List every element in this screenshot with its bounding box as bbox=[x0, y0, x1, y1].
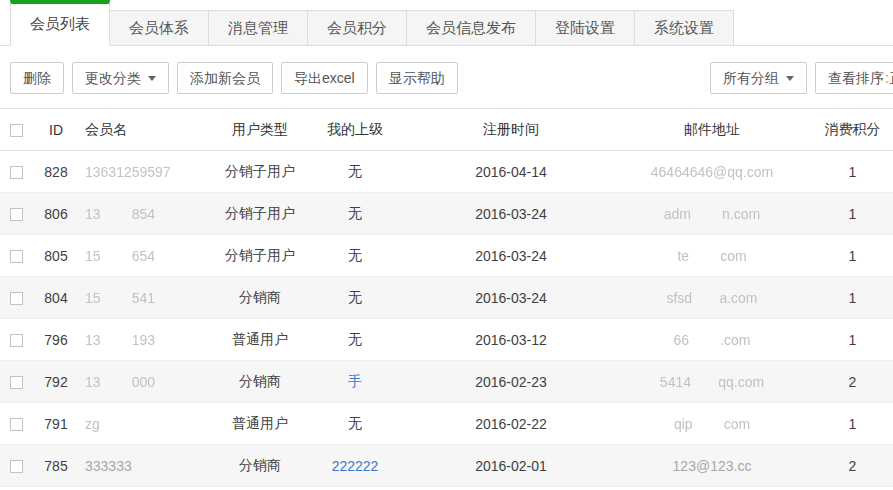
member-type: 分销商 bbox=[220, 445, 300, 487]
caret-down-icon bbox=[148, 76, 156, 81]
col-header-score: 消费积分 bbox=[812, 109, 893, 151]
caret-down-icon bbox=[786, 76, 794, 81]
sort-order-button[interactable]: 查看排序:正常排序 bbox=[815, 62, 893, 94]
row-checkbox[interactable] bbox=[10, 208, 23, 221]
member-id: 796 bbox=[36, 319, 76, 361]
member-upline: 无 bbox=[300, 277, 410, 319]
member-type: 分销子用户 bbox=[220, 235, 300, 277]
change-category-dropdown[interactable]: 更改分类 bbox=[72, 62, 169, 94]
member-email: 46464646@qq.com bbox=[651, 164, 773, 180]
member-upline: 无 bbox=[300, 319, 410, 361]
member-score: 1 bbox=[812, 151, 893, 193]
member-reg-date: 2016-04-14 bbox=[410, 151, 612, 193]
member-type: 分销商 bbox=[220, 277, 300, 319]
col-header-upline: 我的上级 bbox=[300, 109, 410, 151]
member-name: 15 541 bbox=[85, 290, 155, 306]
export-excel-button[interactable]: 导出excel bbox=[281, 62, 368, 94]
member-score: 1 bbox=[812, 277, 893, 319]
col-header-type: 用户类型 bbox=[220, 109, 300, 151]
change-category-label: 更改分类 bbox=[85, 63, 141, 93]
member-reg-date: 2016-03-24 bbox=[410, 193, 612, 235]
member-type: 普通用户 bbox=[220, 319, 300, 361]
show-help-label: 显示帮助 bbox=[389, 63, 445, 93]
all-groups-dropdown[interactable]: 所有分组 bbox=[710, 62, 807, 94]
member-email: 5414 qq.com bbox=[660, 374, 764, 390]
table-row: 828 13631259597 分销子用户 无 2016-04-14 46464… bbox=[0, 151, 893, 193]
select-all-checkbox[interactable] bbox=[10, 124, 23, 137]
member-score: 1 bbox=[812, 403, 893, 445]
member-upline-link[interactable]: 手 bbox=[348, 373, 362, 389]
member-id: 806 bbox=[36, 193, 76, 235]
member-name: 333333 bbox=[85, 458, 132, 474]
member-reg-date: 2016-02-01 bbox=[410, 445, 612, 487]
tab-login-settings[interactable]: 登陆设置 bbox=[536, 10, 635, 46]
sort-prefix-label: 查看排序 bbox=[828, 63, 884, 93]
table-row: 785 333333 分销商 222222 2016-02-01 123@123… bbox=[0, 445, 893, 487]
tab-member-system[interactable]: 会员体系 bbox=[110, 10, 209, 46]
export-excel-label: 导出excel bbox=[294, 63, 355, 93]
tab-member-list[interactable]: 会员列表 bbox=[10, 0, 110, 46]
member-type: 普通用户 bbox=[220, 403, 300, 445]
delete-button[interactable]: 删除 bbox=[10, 62, 64, 94]
col-header-email: 邮件地址 bbox=[612, 109, 812, 151]
member-name: 13 000 bbox=[85, 374, 155, 390]
member-type: 分销子用户 bbox=[220, 151, 300, 193]
table-row: 805 15 654 分销子用户 无 2016-03-24 te com 1 bbox=[0, 235, 893, 277]
add-member-button[interactable]: 添加新会员 bbox=[177, 62, 273, 94]
col-header-id: ID bbox=[36, 109, 76, 151]
table-header-row: ID 会员名 用户类型 我的上级 注册时间 邮件地址 消费积分 bbox=[0, 109, 893, 151]
member-email: 66 .com bbox=[673, 332, 750, 348]
member-reg-date: 2016-02-23 bbox=[410, 361, 612, 403]
col-header-name: 会员名 bbox=[76, 109, 220, 151]
row-checkbox[interactable] bbox=[10, 166, 23, 179]
member-id: 828 bbox=[36, 151, 76, 193]
tab-message-mgmt[interactable]: 消息管理 bbox=[209, 10, 308, 46]
member-upline: 无 bbox=[300, 151, 410, 193]
row-checkbox[interactable] bbox=[10, 460, 23, 473]
member-email: qip com bbox=[674, 416, 750, 432]
member-id: 791 bbox=[36, 403, 76, 445]
row-checkbox[interactable] bbox=[10, 292, 23, 305]
member-id: 804 bbox=[36, 277, 76, 319]
toolbar: 删除 更改分类 添加新会员 导出excel 显示帮助 所有分组 查看排序:正常排… bbox=[0, 46, 893, 108]
row-checkbox[interactable] bbox=[10, 418, 23, 431]
table-row: 792 13 000 分销商 手 2016-02-23 5414 qq.com … bbox=[0, 361, 893, 403]
member-score: 1 bbox=[812, 193, 893, 235]
member-name: zg bbox=[85, 416, 100, 432]
member-table: ID 会员名 用户类型 我的上级 注册时间 邮件地址 消费积分 828 1363… bbox=[0, 108, 893, 487]
member-score: 2 bbox=[812, 445, 893, 487]
member-upline-link[interactable]: 222222 bbox=[332, 458, 379, 474]
member-score: 1 bbox=[812, 235, 893, 277]
member-id: 805 bbox=[36, 235, 76, 277]
show-help-button[interactable]: 显示帮助 bbox=[376, 62, 458, 94]
member-email: 123@123.cc bbox=[673, 458, 752, 474]
table-row: 796 13 193 普通用户 无 2016-03-12 66 .com 1 bbox=[0, 319, 893, 361]
member-reg-date: 2016-03-24 bbox=[410, 277, 612, 319]
member-reg-date: 2016-03-12 bbox=[410, 319, 612, 361]
member-type: 分销商 bbox=[220, 361, 300, 403]
col-header-date: 注册时间 bbox=[410, 109, 612, 151]
member-email: sfsd a.com bbox=[666, 290, 757, 306]
member-score: 2 bbox=[812, 361, 893, 403]
tab-system-settings[interactable]: 系统设置 bbox=[635, 10, 734, 46]
member-email: adm n.com bbox=[664, 206, 760, 222]
member-name: 13 193 bbox=[85, 332, 155, 348]
row-checkbox[interactable] bbox=[10, 376, 23, 389]
add-member-label: 添加新会员 bbox=[190, 63, 260, 93]
member-type: 分销子用户 bbox=[220, 193, 300, 235]
member-id: 792 bbox=[36, 361, 76, 403]
row-checkbox[interactable] bbox=[10, 250, 23, 263]
member-email: te com bbox=[677, 248, 746, 264]
tab-member-info[interactable]: 会员信息发布 bbox=[407, 10, 536, 46]
all-groups-label: 所有分组 bbox=[723, 63, 779, 93]
member-reg-date: 2016-02-22 bbox=[410, 403, 612, 445]
toolbar-right-group: 所有分组 查看排序:正常排序 bbox=[710, 62, 893, 94]
member-id: 785 bbox=[36, 445, 76, 487]
row-checkbox[interactable] bbox=[10, 334, 23, 347]
member-score: 1 bbox=[812, 319, 893, 361]
tab-member-points[interactable]: 会员积分 bbox=[308, 10, 407, 46]
member-reg-date: 2016-03-24 bbox=[410, 235, 612, 277]
member-upline: 无 bbox=[300, 193, 410, 235]
member-upline: 无 bbox=[300, 403, 410, 445]
member-name: 13 854 bbox=[85, 206, 155, 222]
